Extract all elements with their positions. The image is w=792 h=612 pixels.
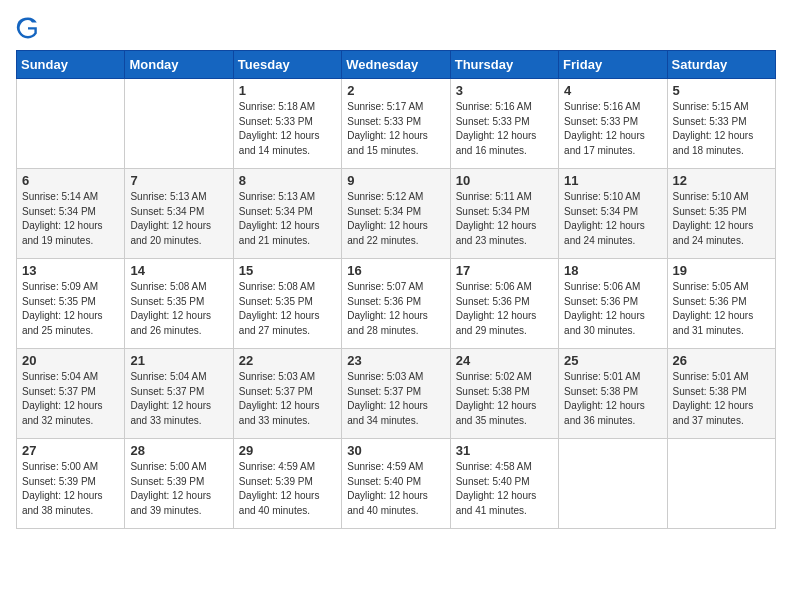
calendar-week-row: 27Sunrise: 5:00 AM Sunset: 5:39 PM Dayli… (17, 439, 776, 529)
day-info: Sunrise: 5:07 AM Sunset: 5:36 PM Dayligh… (347, 280, 444, 338)
day-info: Sunrise: 5:12 AM Sunset: 5:34 PM Dayligh… (347, 190, 444, 248)
calendar-cell: 4Sunrise: 5:16 AM Sunset: 5:33 PM Daylig… (559, 79, 667, 169)
day-number: 16 (347, 263, 444, 278)
calendar-cell: 2Sunrise: 5:17 AM Sunset: 5:33 PM Daylig… (342, 79, 450, 169)
calendar-cell: 7Sunrise: 5:13 AM Sunset: 5:34 PM Daylig… (125, 169, 233, 259)
calendar-cell: 1Sunrise: 5:18 AM Sunset: 5:33 PM Daylig… (233, 79, 341, 169)
day-number: 19 (673, 263, 770, 278)
calendar-cell: 10Sunrise: 5:11 AM Sunset: 5:34 PM Dayli… (450, 169, 558, 259)
calendar-cell: 27Sunrise: 5:00 AM Sunset: 5:39 PM Dayli… (17, 439, 125, 529)
calendar-cell: 8Sunrise: 5:13 AM Sunset: 5:34 PM Daylig… (233, 169, 341, 259)
calendar-week-row: 20Sunrise: 5:04 AM Sunset: 5:37 PM Dayli… (17, 349, 776, 439)
day-info: Sunrise: 5:03 AM Sunset: 5:37 PM Dayligh… (347, 370, 444, 428)
calendar-cell: 13Sunrise: 5:09 AM Sunset: 5:35 PM Dayli… (17, 259, 125, 349)
calendar-table: SundayMondayTuesdayWednesdayThursdayFrid… (16, 50, 776, 529)
day-info: Sunrise: 5:08 AM Sunset: 5:35 PM Dayligh… (130, 280, 227, 338)
header-day-saturday: Saturday (667, 51, 775, 79)
day-number: 28 (130, 443, 227, 458)
calendar-cell: 5Sunrise: 5:15 AM Sunset: 5:33 PM Daylig… (667, 79, 775, 169)
calendar-cell: 26Sunrise: 5:01 AM Sunset: 5:38 PM Dayli… (667, 349, 775, 439)
day-number: 26 (673, 353, 770, 368)
day-number: 1 (239, 83, 336, 98)
calendar-week-row: 6Sunrise: 5:14 AM Sunset: 5:34 PM Daylig… (17, 169, 776, 259)
day-info: Sunrise: 5:10 AM Sunset: 5:35 PM Dayligh… (673, 190, 770, 248)
day-number: 25 (564, 353, 661, 368)
day-info: Sunrise: 5:08 AM Sunset: 5:35 PM Dayligh… (239, 280, 336, 338)
day-info: Sunrise: 5:17 AM Sunset: 5:33 PM Dayligh… (347, 100, 444, 158)
day-info: Sunrise: 5:16 AM Sunset: 5:33 PM Dayligh… (456, 100, 553, 158)
day-number: 18 (564, 263, 661, 278)
calendar-cell: 29Sunrise: 4:59 AM Sunset: 5:39 PM Dayli… (233, 439, 341, 529)
day-number: 17 (456, 263, 553, 278)
day-number: 14 (130, 263, 227, 278)
calendar-cell: 23Sunrise: 5:03 AM Sunset: 5:37 PM Dayli… (342, 349, 450, 439)
header-day-friday: Friday (559, 51, 667, 79)
day-number: 31 (456, 443, 553, 458)
day-info: Sunrise: 5:18 AM Sunset: 5:33 PM Dayligh… (239, 100, 336, 158)
header-day-monday: Monday (125, 51, 233, 79)
day-number: 7 (130, 173, 227, 188)
calendar-cell: 22Sunrise: 5:03 AM Sunset: 5:37 PM Dayli… (233, 349, 341, 439)
calendar-cell: 21Sunrise: 5:04 AM Sunset: 5:37 PM Dayli… (125, 349, 233, 439)
calendar-cell: 30Sunrise: 4:59 AM Sunset: 5:40 PM Dayli… (342, 439, 450, 529)
day-info: Sunrise: 5:04 AM Sunset: 5:37 PM Dayligh… (130, 370, 227, 428)
day-info: Sunrise: 5:09 AM Sunset: 5:35 PM Dayligh… (22, 280, 119, 338)
day-number: 15 (239, 263, 336, 278)
day-number: 4 (564, 83, 661, 98)
calendar-cell: 6Sunrise: 5:14 AM Sunset: 5:34 PM Daylig… (17, 169, 125, 259)
day-number: 29 (239, 443, 336, 458)
calendar-cell: 18Sunrise: 5:06 AM Sunset: 5:36 PM Dayli… (559, 259, 667, 349)
day-number: 11 (564, 173, 661, 188)
calendar-cell: 9Sunrise: 5:12 AM Sunset: 5:34 PM Daylig… (342, 169, 450, 259)
day-number: 10 (456, 173, 553, 188)
day-info: Sunrise: 4:59 AM Sunset: 5:40 PM Dayligh… (347, 460, 444, 518)
day-number: 6 (22, 173, 119, 188)
calendar-cell (17, 79, 125, 169)
day-info: Sunrise: 5:15 AM Sunset: 5:33 PM Dayligh… (673, 100, 770, 158)
calendar-cell (125, 79, 233, 169)
day-number: 8 (239, 173, 336, 188)
day-number: 22 (239, 353, 336, 368)
calendar-cell: 12Sunrise: 5:10 AM Sunset: 5:35 PM Dayli… (667, 169, 775, 259)
day-number: 21 (130, 353, 227, 368)
day-info: Sunrise: 5:04 AM Sunset: 5:37 PM Dayligh… (22, 370, 119, 428)
day-info: Sunrise: 4:59 AM Sunset: 5:39 PM Dayligh… (239, 460, 336, 518)
day-info: Sunrise: 5:16 AM Sunset: 5:33 PM Dayligh… (564, 100, 661, 158)
day-number: 30 (347, 443, 444, 458)
day-info: Sunrise: 5:14 AM Sunset: 5:34 PM Dayligh… (22, 190, 119, 248)
day-number: 2 (347, 83, 444, 98)
day-number: 9 (347, 173, 444, 188)
calendar-cell: 28Sunrise: 5:00 AM Sunset: 5:39 PM Dayli… (125, 439, 233, 529)
calendar-cell: 15Sunrise: 5:08 AM Sunset: 5:35 PM Dayli… (233, 259, 341, 349)
day-number: 20 (22, 353, 119, 368)
logo (16, 16, 44, 40)
day-info: Sunrise: 5:01 AM Sunset: 5:38 PM Dayligh… (564, 370, 661, 428)
day-info: Sunrise: 5:11 AM Sunset: 5:34 PM Dayligh… (456, 190, 553, 248)
header-day-thursday: Thursday (450, 51, 558, 79)
calendar-header-row: SundayMondayTuesdayWednesdayThursdayFrid… (17, 51, 776, 79)
calendar-cell: 17Sunrise: 5:06 AM Sunset: 5:36 PM Dayli… (450, 259, 558, 349)
calendar-cell: 20Sunrise: 5:04 AM Sunset: 5:37 PM Dayli… (17, 349, 125, 439)
header-day-wednesday: Wednesday (342, 51, 450, 79)
day-info: Sunrise: 4:58 AM Sunset: 5:40 PM Dayligh… (456, 460, 553, 518)
calendar-cell: 14Sunrise: 5:08 AM Sunset: 5:35 PM Dayli… (125, 259, 233, 349)
day-number: 24 (456, 353, 553, 368)
day-info: Sunrise: 5:02 AM Sunset: 5:38 PM Dayligh… (456, 370, 553, 428)
day-number: 27 (22, 443, 119, 458)
day-info: Sunrise: 5:03 AM Sunset: 5:37 PM Dayligh… (239, 370, 336, 428)
calendar-cell (559, 439, 667, 529)
calendar-cell: 31Sunrise: 4:58 AM Sunset: 5:40 PM Dayli… (450, 439, 558, 529)
calendar-week-row: 1Sunrise: 5:18 AM Sunset: 5:33 PM Daylig… (17, 79, 776, 169)
calendar-cell: 11Sunrise: 5:10 AM Sunset: 5:34 PM Dayli… (559, 169, 667, 259)
day-info: Sunrise: 5:06 AM Sunset: 5:36 PM Dayligh… (456, 280, 553, 338)
day-info: Sunrise: 5:05 AM Sunset: 5:36 PM Dayligh… (673, 280, 770, 338)
calendar-cell: 24Sunrise: 5:02 AM Sunset: 5:38 PM Dayli… (450, 349, 558, 439)
day-info: Sunrise: 5:00 AM Sunset: 5:39 PM Dayligh… (130, 460, 227, 518)
header-day-sunday: Sunday (17, 51, 125, 79)
logo-icon (16, 16, 40, 40)
header-day-tuesday: Tuesday (233, 51, 341, 79)
calendar-cell (667, 439, 775, 529)
day-info: Sunrise: 5:13 AM Sunset: 5:34 PM Dayligh… (130, 190, 227, 248)
calendar-cell: 19Sunrise: 5:05 AM Sunset: 5:36 PM Dayli… (667, 259, 775, 349)
day-number: 13 (22, 263, 119, 278)
